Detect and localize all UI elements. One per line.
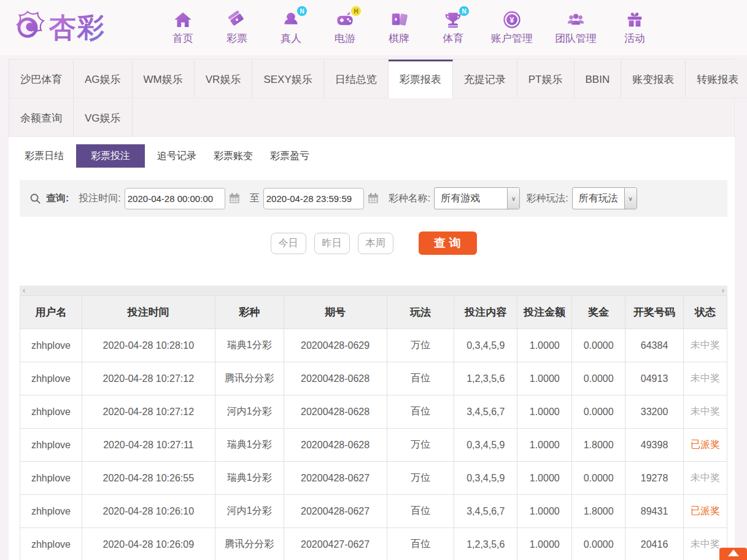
tab-账变报表[interactable]: 账变报表 bbox=[621, 60, 686, 98]
column-header-投注时间: 投注时间 bbox=[82, 296, 215, 329]
top-nav: 首页彩票N真人H电游棋牌N体育¥账户管理团队管理活动 bbox=[167, 10, 651, 45]
cell-lottery: 腾讯分分彩 bbox=[215, 362, 284, 395]
brand-logo-area[interactable]: 杏彩 bbox=[9, 9, 156, 47]
nav-label: 体育 bbox=[443, 31, 463, 45]
tab-VR娱乐[interactable]: VR娱乐 bbox=[195, 60, 253, 98]
chevron-down-icon: ∨ bbox=[507, 188, 519, 209]
tab-日结总览[interactable]: 日结总览 bbox=[324, 60, 389, 98]
column-header-期号: 期号 bbox=[284, 296, 387, 329]
gamepad-icon: H bbox=[335, 10, 355, 29]
column-header-开奖号码: 开奖号码 bbox=[625, 296, 684, 329]
sub-tab-彩票账变[interactable]: 彩票账变 bbox=[209, 144, 258, 168]
tab-WM娱乐[interactable]: WM娱乐 bbox=[133, 60, 195, 98]
search-icon bbox=[29, 193, 41, 204]
horizontal-scrollbar[interactable]: ‹ › bbox=[20, 286, 727, 295]
scroll-right-icon[interactable]: › bbox=[722, 286, 724, 295]
tab-VG娱乐[interactable]: VG娱乐 bbox=[74, 98, 133, 137]
cell-lottery: 瑞典1分彩 bbox=[215, 329, 284, 362]
nav-item-团队管理[interactable]: 团队管理 bbox=[555, 10, 597, 45]
cell-amount: 1.0000 bbox=[517, 462, 572, 495]
column-header-奖金: 奖金 bbox=[572, 296, 625, 329]
nav-label: 真人 bbox=[281, 31, 301, 45]
time-from-input[interactable] bbox=[125, 188, 225, 209]
cell-issue: 20200427-0627 bbox=[284, 528, 387, 560]
cell-content: 0,3,4,5,9 bbox=[454, 462, 517, 495]
badge-h: H bbox=[351, 6, 361, 16]
cell-result: 49398 bbox=[625, 429, 684, 462]
to-label: 至 bbox=[250, 192, 260, 205]
tab-BBIN[interactable]: BBIN bbox=[575, 60, 622, 98]
tab-PT娱乐[interactable]: PT娱乐 bbox=[517, 60, 575, 98]
cell-content: 3,4,5,6,7 bbox=[454, 495, 517, 528]
chevron-down-icon: ∨ bbox=[624, 188, 637, 209]
cell-user: zhhplove bbox=[20, 528, 82, 560]
tab-沙巴体育[interactable]: 沙巴体育 bbox=[9, 60, 74, 98]
lottery-name-select[interactable]: 所有游戏 ∨ bbox=[434, 187, 520, 209]
tab-充提记录[interactable]: 充提记录 bbox=[453, 60, 517, 98]
nav-item-体育[interactable]: N体育 bbox=[437, 10, 469, 45]
sub-tab-彩票日结[interactable]: 彩票日结 bbox=[20, 144, 69, 168]
cell-time: 2020-04-28 10:27:12 bbox=[82, 362, 215, 395]
nav-item-首页[interactable]: 首页 bbox=[167, 10, 199, 45]
time-to-input[interactable] bbox=[263, 188, 364, 209]
cell-content: 3,4,5,6,7 bbox=[454, 395, 517, 429]
cell-result: 20416 bbox=[625, 528, 684, 560]
cell-lottery: 瑞典1分彩 bbox=[215, 429, 284, 462]
cell-play: 万位 bbox=[387, 462, 454, 495]
arrow-up-icon bbox=[728, 550, 739, 556]
column-header-投注金额: 投注金额 bbox=[517, 296, 572, 329]
nav-item-账户管理[interactable]: ¥账户管理 bbox=[491, 10, 533, 45]
table-row: zhhplove2020-04-28 10:26:55瑞典1分彩20200428… bbox=[20, 462, 727, 495]
quick-button-今日[interactable]: 今日 bbox=[271, 233, 306, 254]
cell-prize: 0.0000 bbox=[572, 329, 625, 362]
column-header-玩法: 玩法 bbox=[387, 296, 454, 329]
calendar-icon-from[interactable] bbox=[229, 193, 240, 204]
cell-time: 2020-04-28 10:26:10 bbox=[82, 495, 215, 528]
cell-prize: 0.0000 bbox=[572, 362, 625, 395]
nav-label: 棋牌 bbox=[389, 31, 409, 45]
nav-label: 首页 bbox=[172, 31, 193, 45]
calendar-icon-to[interactable] bbox=[368, 193, 379, 204]
sub-tab-彩票投注[interactable]: 彩票投注 bbox=[76, 144, 145, 168]
quick-button-昨日[interactable]: 昨日 bbox=[314, 233, 350, 254]
cell-time: 2020-04-28 10:26:09 bbox=[82, 528, 215, 560]
cell-prize: 0.0000 bbox=[572, 395, 625, 429]
back-to-top-button[interactable] bbox=[719, 548, 747, 560]
cell-prize: 1.8000 bbox=[572, 495, 625, 528]
lottery-ticket-icon bbox=[226, 10, 247, 29]
tab-AG娱乐[interactable]: AG娱乐 bbox=[74, 60, 133, 98]
nav-item-电游[interactable]: H电游 bbox=[329, 10, 361, 45]
cell-lottery: 河内1分彩 bbox=[215, 395, 284, 429]
column-header-彩种: 彩种 bbox=[215, 296, 284, 329]
tab-转账报表[interactable]: 转账报表 bbox=[686, 60, 747, 98]
tab-彩票报表[interactable]: 彩票报表 bbox=[389, 60, 453, 98]
gift-icon bbox=[624, 10, 645, 29]
search-button[interactable]: 查 询 bbox=[419, 231, 477, 255]
svg-text:¥: ¥ bbox=[510, 16, 514, 25]
cell-issue: 20200428-0627 bbox=[284, 462, 387, 495]
play-type-select[interactable]: 所有玩法 ∨ bbox=[572, 187, 637, 209]
table-row: zhhplove2020-04-28 10:27:11瑞典1分彩20200428… bbox=[20, 429, 727, 462]
cell-issue: 20200428-0628 bbox=[284, 429, 387, 462]
cell-issue: 20200428-0628 bbox=[284, 362, 387, 395]
account-coin-icon: ¥ bbox=[501, 10, 522, 29]
nav-label: 活动 bbox=[624, 31, 645, 45]
nav-item-棋牌[interactable]: 棋牌 bbox=[383, 10, 415, 45]
cell-play: 百位 bbox=[387, 395, 454, 429]
cell-amount: 1.0000 bbox=[517, 528, 572, 560]
tab-余额查询[interactable]: 余额查询 bbox=[9, 98, 74, 137]
cell-time: 2020-04-28 10:27:12 bbox=[82, 395, 215, 429]
cell-content: 1,2,3,5,6 bbox=[454, 528, 517, 560]
table-row: zhhplove2020-04-28 10:27:12腾讯分分彩20200428… bbox=[20, 362, 727, 395]
scroll-left-icon[interactable]: ‹ bbox=[23, 286, 25, 295]
cell-lottery: 瑞典1分彩 bbox=[215, 462, 284, 495]
sub-tab-彩票盈亏[interactable]: 彩票盈亏 bbox=[265, 144, 314, 168]
brand-flower-icon bbox=[9, 9, 47, 47]
tab-SEXY娱乐[interactable]: SEXY娱乐 bbox=[252, 60, 323, 98]
nav-item-彩票[interactable]: 彩票 bbox=[221, 10, 253, 45]
nav-item-真人[interactable]: N真人 bbox=[275, 10, 307, 45]
sub-tab-追号记录[interactable]: 追号记录 bbox=[152, 144, 201, 168]
quick-button-本周[interactable]: 本周 bbox=[358, 233, 393, 254]
nav-item-活动[interactable]: 活动 bbox=[619, 10, 651, 45]
table-body: zhhplove2020-04-28 10:28:10瑞典1分彩20200428… bbox=[20, 329, 727, 560]
